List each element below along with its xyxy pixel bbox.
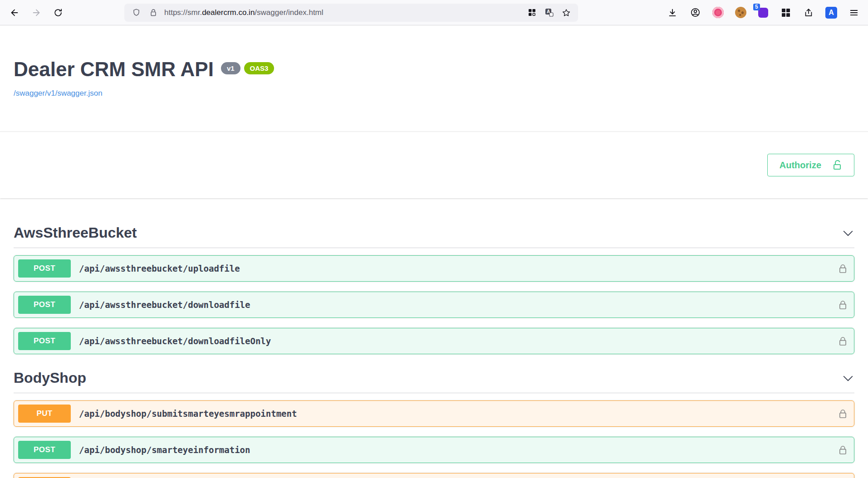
back-button[interactable] xyxy=(5,4,24,22)
url-text: https://smr.dealercrm.co.in/swagger/inde… xyxy=(164,8,324,17)
lock-icon[interactable] xyxy=(839,337,847,346)
swagger-page: Dealer CRM SMR API v1 OAS3 /swagger/v1/s… xyxy=(0,25,868,478)
endpoint-path: /api/awssthreebucket/downloadfile xyxy=(79,300,250,310)
browser-toolbar: https://smr.dealercrm.co.in/swagger/inde… xyxy=(0,0,868,25)
extension-donut-icon[interactable] xyxy=(711,6,725,20)
lock-icon[interactable] xyxy=(839,445,847,455)
translate-icon[interactable]: A xyxy=(543,6,555,19)
version-badge: v1 xyxy=(221,62,240,74)
endpoint-row-/api/awssthreebucket/uploadfile[interactable]: POST/api/awssthreebucket/uploadfile xyxy=(14,255,854,282)
lock-icon[interactable] xyxy=(839,300,847,310)
method-badge: POST xyxy=(18,332,71,350)
reload-button[interactable] xyxy=(49,4,67,22)
shield-icon[interactable] xyxy=(130,6,142,19)
extension-grid-icon[interactable] xyxy=(779,6,793,20)
extension-translate-icon[interactable]: A xyxy=(824,6,838,20)
lock-icon[interactable] xyxy=(147,6,160,19)
tag-section-awssthreebucket: AwsSthreeBucketPOST/api/awssthreebucket/… xyxy=(14,219,854,354)
account-icon[interactable] xyxy=(688,6,702,20)
lock-icon[interactable] xyxy=(839,264,847,273)
section-title: AwsSthreeBucket xyxy=(14,224,137,241)
downloads-icon[interactable] xyxy=(666,6,679,20)
endpoint-row-/api/bodyshop/smarteyeinformation[interactable]: POST/api/bodyshop/smarteyeinformation xyxy=(14,437,854,463)
authorize-button[interactable]: Authorize xyxy=(767,154,854,176)
endpoint-row-/api/awssthreebucket/downloadfile[interactable]: POST/api/awssthreebucket/downloadfile xyxy=(14,292,854,318)
method-badge: POST xyxy=(18,441,71,459)
menu-icon[interactable] xyxy=(847,6,861,20)
method-badge: PUT xyxy=(18,405,71,423)
url-scheme: https://smr. xyxy=(164,8,202,17)
url-path: /swagger/index.html xyxy=(255,8,323,17)
endpoint-row-/api/bodyshop/submitsmarteyesmrappointment[interactable]: PUT/api/bodyshop/submitsmarteyesmrappoin… xyxy=(14,400,854,427)
chevron-down-icon[interactable] xyxy=(842,227,854,239)
endpoint-path: /api/bodyshop/smarteyeinformation xyxy=(79,445,250,455)
page-title: Dealer CRM SMR API v1 OAS3 xyxy=(14,58,854,81)
oas-badge: OAS3 xyxy=(244,62,275,74)
scheme-container: Authorize xyxy=(0,132,868,198)
endpoint-path: /api/bodyshop/submitsmarteyesmrappointme… xyxy=(79,409,297,419)
method-badge: POST xyxy=(18,259,71,278)
url-bar[interactable]: https://smr.dealercrm.co.in/swagger/inde… xyxy=(124,4,578,22)
tag-section-bodyshop: BodyShopPUT/api/bodyshop/submitsmarteyes… xyxy=(14,364,854,478)
api-info-section: Dealer CRM SMR API v1 OAS3 /swagger/v1/s… xyxy=(14,25,854,132)
endpoint-row-/api/awssthreebucket/downloadfileOnly[interactable]: POST/api/awssthreebucket/downloadfileOnl… xyxy=(14,328,854,354)
api-sections: AwsSthreeBucketPOST/api/awssthreebucket/… xyxy=(14,219,854,478)
extension-privacy-icon[interactable]: 5 xyxy=(756,6,770,20)
unlock-icon xyxy=(832,160,842,171)
lock-icon[interactable] xyxy=(839,409,847,419)
section-header-awssthreebucket[interactable]: AwsSthreeBucket xyxy=(14,219,854,248)
section-title: BodyShop xyxy=(14,370,86,386)
api-title-text: Dealer CRM SMR API xyxy=(14,58,214,81)
grid-icon[interactable] xyxy=(525,6,538,19)
endpoint-path: /api/awssthreebucket/downloadfileOnly xyxy=(79,336,271,346)
url-domain: dealercrm.co.in xyxy=(202,8,255,17)
share-icon[interactable] xyxy=(802,6,815,20)
forward-button[interactable] xyxy=(27,4,45,22)
extension-cookie-icon[interactable] xyxy=(734,6,747,20)
extension-badge: 5 xyxy=(753,4,760,10)
chevron-down-icon[interactable] xyxy=(842,372,854,385)
section-header-bodyshop[interactable]: BodyShop xyxy=(14,364,854,393)
authorize-label: Authorize xyxy=(780,160,821,171)
spec-json-link[interactable]: /swagger/v1/swagger.json xyxy=(14,89,103,98)
endpoint-row-partial[interactable]: PUT xyxy=(14,473,854,478)
endpoint-path: /api/awssthreebucket/uploadfile xyxy=(79,263,240,273)
bookmark-star-icon[interactable] xyxy=(560,6,573,19)
method-badge: POST xyxy=(18,296,71,314)
toolbar-extensions: 5 A xyxy=(666,6,863,20)
